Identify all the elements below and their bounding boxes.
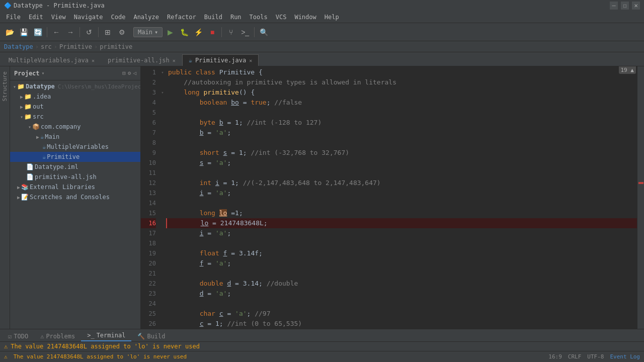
code-line-6[interactable]: byte b = 1; //int (-128 to 127) [166, 118, 637, 128]
debug-button[interactable]: 🐛 [178, 26, 191, 39]
tab-primitive-all[interactable]: primitive-all.jsh ✕ [101, 54, 182, 66]
code-line-23[interactable]: d = 'a'; [166, 289, 637, 299]
tree-expand-src[interactable]: ▾ [20, 114, 23, 120]
save-button[interactable]: 💾 [17, 26, 30, 39]
tab-primitive-java-close[interactable]: ✕ [249, 58, 252, 63]
tree-item-multiple-variables[interactable]: ☕ MultipleVariables [10, 142, 140, 152]
menu-vcs[interactable]: VCS [272, 13, 291, 22]
menu-run[interactable]: Run [226, 13, 246, 22]
settings-button[interactable]: ⚙ [115, 26, 128, 39]
run-config-selector[interactable]: Main ▾ [133, 27, 163, 37]
close-button[interactable]: ✕ [632, 2, 640, 10]
code-line-12[interactable]: int i = 1; //(-2,147,483,648 to 2,147,48… [166, 178, 637, 188]
code-line-26[interactable]: c = 1; //int (0 to 65,535) [166, 319, 637, 329]
tree-item-com-company[interactable]: ▾ 📦 com.company [10, 122, 140, 132]
menu-help[interactable]: Help [320, 13, 343, 22]
tree-expand-idea[interactable]: ▶ [20, 94, 23, 100]
maximize-button[interactable]: □ [621, 2, 629, 10]
tree-item-datatype[interactable]: ▾ 📁 Datatype C:\Users\m_hus\IdeaProjects… [10, 81, 140, 92]
menu-view[interactable]: View [47, 13, 70, 22]
stop-button[interactable]: ■ [206, 26, 219, 39]
sync-button[interactable]: 🔄 [31, 26, 44, 39]
open-file-button[interactable]: 📂 [3, 26, 16, 39]
tab-multiple-variables[interactable]: MultipleVariables.java ✕ [2, 54, 101, 66]
breadcrumb-src[interactable]: src [41, 43, 52, 50]
code-line-22[interactable]: double d = 3.14; //double [166, 279, 637, 289]
structure-panel-icon[interactable]: Structure [1, 68, 9, 105]
terminal-button[interactable]: >_ [238, 26, 252, 39]
code-line-13[interactable]: i = 'a'; [166, 188, 637, 198]
menu-build[interactable]: Build [200, 13, 226, 22]
search-button[interactable]: 🔍 [257, 26, 270, 39]
code-line-18[interactable] [166, 238, 637, 248]
tab-multiple-variables-close[interactable]: ✕ [92, 58, 95, 63]
tree-item-primitive[interactable]: ☕ Primitive [10, 152, 140, 162]
menu-analyze[interactable]: Analyze [129, 13, 163, 22]
code-line-1[interactable]: public class Primitive { [166, 67, 637, 77]
sidebar-collapse-icon[interactable]: ⊟ [122, 70, 126, 76]
tab-primitive-all-close[interactable]: ✕ [173, 58, 176, 63]
sidebar-hide-icon[interactable]: ◁ [133, 70, 136, 76]
code-line-11[interactable] [166, 168, 637, 178]
code-line-2[interactable]: //autoboxing in primitive types is allow… [166, 77, 637, 87]
tab-problems[interactable]: ⚠ Problems [34, 331, 81, 341]
menu-refactor[interactable]: Refactor [163, 13, 200, 22]
sidebar-gear-icon[interactable]: ⚙ [128, 70, 131, 76]
vcs-button[interactable]: ⑂ [224, 26, 237, 39]
menu-navigate[interactable]: Navigate [70, 13, 107, 22]
status-crlf[interactable]: CRLF [568, 353, 582, 360]
tree-expand-scratches[interactable]: ▶ [17, 195, 20, 200]
tree-item-external-libs[interactable]: ▶ 📚 External Libraries [10, 182, 140, 192]
code-line-8[interactable] [166, 138, 637, 148]
code-line-4[interactable]: boolean bo = true; //false [166, 98, 637, 108]
refresh-button[interactable]: ↺ [83, 26, 96, 39]
code-line-5[interactable] [166, 108, 637, 118]
breadcrumb-primitive-method[interactable]: primitive [100, 43, 132, 50]
tree-expand-external-libs[interactable]: ▶ [17, 185, 20, 190]
run-with-coverage-button[interactable]: ⚡ [192, 26, 205, 39]
status-event-log[interactable]: Event Log [610, 353, 640, 360]
run-button[interactable]: ▶ [164, 26, 177, 39]
code-line-3[interactable]: long primitive() { [166, 87, 637, 98]
scroll-markers-bar[interactable] [637, 66, 644, 329]
code-line-19[interactable]: float f = 3.14f; [166, 248, 637, 258]
code-line-17[interactable]: i = 'a'; [166, 228, 637, 238]
tree-item-primitive-jsh[interactable]: 📄 primitive-all.jsh [10, 172, 140, 182]
breadcrumb-datatype[interactable]: Datatype [4, 43, 33, 50]
menu-file[interactable]: File [2, 13, 25, 22]
code-line-21[interactable] [166, 268, 637, 279]
status-position[interactable]: 16:9 [548, 353, 562, 360]
minimize-button[interactable]: ─ [610, 2, 618, 10]
tree-expand-datatype[interactable]: ▾ [13, 84, 16, 89]
tree-expand-main[interactable]: ▶ [36, 134, 39, 140]
menu-window[interactable]: Window [290, 13, 320, 22]
tree-item-main[interactable]: ▶ ☕ Main [10, 132, 140, 142]
tree-expand-com-company[interactable]: ▾ [28, 124, 31, 130]
editor-scroll-area[interactable]: 1234567891011121314151617181920212223242… [141, 66, 644, 329]
sidebar-dropdown-icon[interactable]: ▾ [42, 70, 45, 76]
menu-code[interactable]: Code [107, 13, 130, 22]
menu-tools[interactable]: Tools [246, 13, 272, 22]
tree-expand-out[interactable]: ▶ [20, 104, 23, 110]
structure-button[interactable]: ⊞ [101, 26, 114, 39]
code-line-16[interactable]: lo = 2147483648L; [166, 218, 637, 228]
tab-todo[interactable]: ☑ TODO [2, 331, 34, 341]
code-line-7[interactable]: b = 'a'; [166, 128, 637, 138]
tree-item-src[interactable]: ▾ 📁 src [10, 112, 140, 122]
forward-button[interactable]: → [64, 26, 77, 39]
back-button[interactable]: ← [50, 26, 63, 39]
tree-item-out[interactable]: ▶ 📁 out [10, 102, 140, 112]
code-line-15[interactable]: long lo =1; [166, 208, 637, 218]
code-line-24[interactable] [166, 299, 637, 309]
code-line-10[interactable]: s = 'a'; [166, 158, 637, 168]
code-line-25[interactable]: char c = 'a'; //97 [166, 309, 637, 319]
breadcrumb-primitive-class[interactable]: Primitive [59, 43, 92, 50]
tab-terminal[interactable]: >_ Terminal [81, 330, 131, 341]
status-encoding[interactable]: UTF-8 [587, 353, 604, 360]
tab-primitive-java[interactable]: ☕ Primitive.java ✕ [182, 54, 259, 66]
code-line-20[interactable]: f = 'a'; [166, 258, 637, 268]
menu-edit[interactable]: Edit [25, 13, 47, 22]
tree-item-idea[interactable]: ▶ 📁 .idea [10, 92, 140, 102]
tab-build[interactable]: 🔨 Build [131, 331, 171, 341]
tree-item-scratches[interactable]: ▶ 📝 Scratches and Consoles [10, 192, 140, 202]
